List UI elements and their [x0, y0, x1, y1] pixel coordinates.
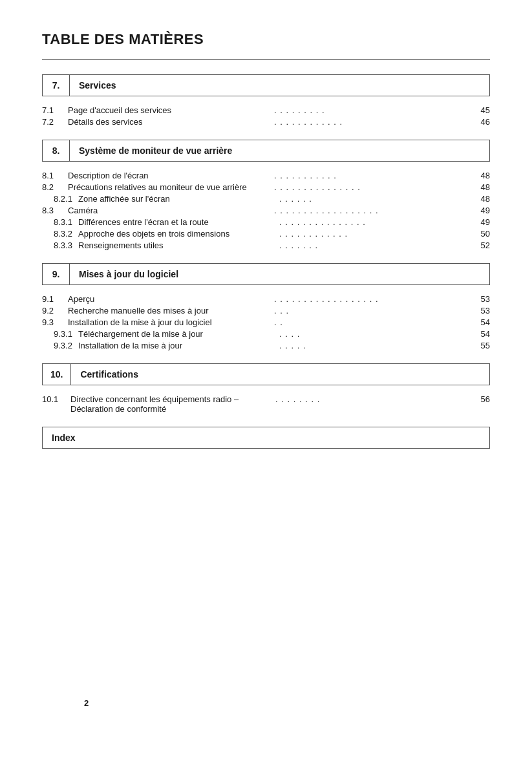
toc-entry-8-3-1: 8.3.1 Différences entre l'écran et la ro…: [42, 217, 490, 227]
entry-num-9-3-1: 9.3.1: [42, 329, 76, 339]
section-7-header: 7. Services: [42, 74, 490, 96]
entry-page-7-1: 45: [472, 105, 490, 115]
entry-dots-9-3: . .: [269, 317, 473, 327]
entry-dots-9-1: . . . . . . . . . . . . . . . . . .: [269, 294, 473, 304]
entry-page-9-3-2: 55: [472, 341, 490, 350]
toc-entry-9-3-1: 9.3.1 Téléchargement de la mise à jour .…: [42, 329, 490, 339]
toc-entry-9-1: 9.1 Aperçu . . . . . . . . . . . . . . .…: [42, 294, 490, 304]
toc-entry-10-1: 10.1 Directive concernant les équipement…: [42, 394, 490, 414]
entry-dots-10-1: . . . . . . . .: [270, 394, 473, 404]
toc-entry-8-2-1: 8.2.1 Zone affichée sur l'écran . . . . …: [42, 194, 490, 204]
index-header: Index: [42, 427, 490, 449]
entry-dots-7-1: . . . . . . . . .: [269, 105, 473, 115]
section-7-title: Services: [70, 75, 125, 96]
entry-text-8-1: Description de l'écran: [68, 171, 266, 180]
entry-dots-8-2: . . . . . . . . . . . . . . .: [269, 182, 473, 192]
entry-text-9-2: Recherche manuelle des mises à jour: [68, 306, 266, 315]
toc-entry-9-2: 9.2 Recherche manuelle des mises à jour …: [42, 306, 490, 315]
entry-dots-8-3-3: . . . . . . .: [274, 241, 473, 250]
page-number: 2: [84, 698, 89, 708]
entry-text-8-3-1: Différences entre l'écran et la route: [78, 217, 271, 227]
entry-num-8-1: 8.1: [42, 171, 65, 180]
entry-num-8-3-1: 8.3.1: [42, 217, 76, 227]
section-7-number: 7.: [43, 75, 70, 96]
section-8-title: Système de moniteur de vue arrière: [70, 140, 241, 161]
entry-num-7-2: 7.2: [42, 117, 65, 127]
toc-entry-8-3-2: 8.3.2 Approche des objets en trois dimen…: [42, 229, 490, 239]
section-8-header: 8. Système de moniteur de vue arrière: [42, 140, 490, 162]
section-7-entries: 7.1 Page d'accueil des services . . . . …: [42, 105, 490, 127]
entry-text-8-3-2: Approche des objets en trois dimensions: [78, 229, 271, 239]
section-9-title: Mises à jour du logiciel: [70, 264, 187, 284]
entry-dots-8-3-1: . . . . . . . . . . . . . . .: [274, 217, 473, 227]
section-10-header: 10. Certifications: [42, 363, 490, 385]
entry-dots-8-3: . . . . . . . . . . . . . . . . . .: [269, 206, 473, 215]
entry-dots-9-3-2: . . . . .: [274, 341, 473, 350]
section-9-entries: 9.1 Aperçu . . . . . . . . . . . . . . .…: [42, 294, 490, 350]
entry-text-8-3: Caméra: [68, 206, 266, 215]
toc-entry-7-2: 7.2 Détails des services . . . . . . . .…: [42, 117, 490, 127]
toc-entry-8-3-3: 8.3.3 Renseignements utiles . . . . . . …: [42, 241, 490, 250]
section-10-number: 10.: [43, 364, 71, 385]
title-divider: [42, 59, 490, 60]
entry-page-8-3-3: 52: [472, 241, 490, 250]
page-title: TABLE DES MATIÈRES: [42, 31, 490, 48]
section-9-header: 9. Mises à jour du logiciel: [42, 263, 490, 285]
toc-entry-8-3: 8.3 Caméra . . . . . . . . . . . . . . .…: [42, 206, 490, 215]
toc-entry-7-1: 7.1 Page d'accueil des services . . . . …: [42, 105, 490, 115]
entry-page-8-3-1: 49: [472, 217, 490, 227]
entry-dots-7-2: . . . . . . . . . . . .: [269, 117, 473, 127]
entry-text-8-2: Précautions relatives au moniteur de vue…: [68, 182, 266, 192]
entry-dots-9-2: . . .: [269, 306, 473, 315]
entry-num-8-2: 8.2: [42, 182, 65, 192]
section-10-title: Certifications: [71, 364, 147, 385]
entry-page-8-3-2: 50: [472, 229, 490, 239]
entry-page-8-3: 49: [472, 206, 490, 215]
entry-text-7-2: Détails des services: [68, 117, 266, 127]
entry-dots-8-3-2: . . . . . . . . . . . .: [274, 229, 473, 239]
entry-text-7-1: Page d'accueil des services: [68, 105, 266, 115]
entry-page-9-3-1: 54: [472, 329, 490, 339]
entry-page-9-1: 53: [472, 294, 490, 304]
toc-entry-8-2: 8.2 Précautions relatives au moniteur de…: [42, 182, 490, 192]
entry-page-9-3: 54: [472, 317, 490, 327]
entry-num-9-3: 9.3: [42, 317, 65, 327]
entry-page-7-2: 46: [472, 117, 490, 127]
entry-text-8-3-3: Renseignements utiles: [78, 241, 271, 250]
toc-entry-8-1: 8.1 Description de l'écran . . . . . . .…: [42, 171, 490, 180]
entry-num-8-3-3: 8.3.3: [42, 241, 76, 250]
toc-entry-9-3: 9.3 Installation de la mise à jour du lo…: [42, 317, 490, 327]
entry-page-8-1: 48: [472, 171, 490, 180]
toc-entry-9-3-2: 9.3.2 Installation de la mise à jour . .…: [42, 341, 490, 350]
entry-text-9-3: Installation de la mise à jour du logici…: [68, 317, 266, 327]
entry-num-7-1: 7.1: [42, 105, 65, 115]
entry-text-10-1: Directive concernant les équipements rad…: [70, 394, 268, 414]
entry-text-9-3-1: Téléchargement de la mise à jour: [78, 329, 271, 339]
entry-num-9-1: 9.1: [42, 294, 65, 304]
entry-text-9-1: Aperçu: [68, 294, 266, 304]
entry-dots-9-3-1: . . . .: [274, 329, 473, 339]
entry-dots-8-1: . . . . . . . . . . .: [269, 171, 473, 180]
section-10-entries: 10.1 Directive concernant les équipement…: [42, 394, 490, 414]
entry-text-9-3-2: Installation de la mise à jour: [78, 341, 271, 350]
section-9-number: 9.: [43, 264, 70, 284]
entry-page-8-2: 48: [472, 182, 490, 192]
entry-num-8-3-2: 8.3.2: [42, 229, 76, 239]
entry-dots-8-2-1: . . . . . .: [274, 194, 473, 204]
entry-num-9-3-2: 9.3.2: [42, 341, 76, 350]
entry-text-8-2-1: Zone affichée sur l'écran: [78, 194, 271, 204]
section-8-entries: 8.1 Description de l'écran . . . . . . .…: [42, 171, 490, 250]
entry-page-9-2: 53: [472, 306, 490, 315]
entry-num-10-1: 10.1: [42, 394, 68, 404]
entry-page-8-2-1: 48: [472, 194, 490, 204]
entry-page-10-1: 56: [472, 394, 490, 404]
section-8-number: 8.: [43, 140, 70, 161]
entry-num-9-2: 9.2: [42, 306, 65, 315]
index-title: Index: [43, 427, 85, 448]
entry-num-8-2-1: 8.2.1: [42, 194, 76, 204]
entry-num-8-3: 8.3: [42, 206, 65, 215]
